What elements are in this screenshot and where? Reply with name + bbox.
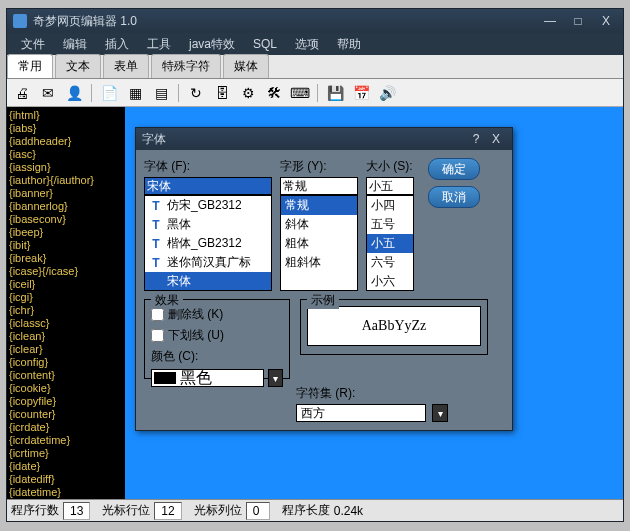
tools-icon[interactable]: 🛠 — [263, 82, 285, 104]
tab-媒体[interactable]: 媒体 — [223, 54, 269, 78]
tag-item[interactable]: {idatetime} — [9, 486, 123, 499]
font-style-input[interactable] — [280, 177, 358, 195]
tab-文本[interactable]: 文本 — [55, 54, 101, 78]
maximize-button[interactable]: □ — [567, 13, 589, 29]
dialog-titlebar[interactable]: 字体 ? X — [136, 128, 512, 150]
tag-item[interactable]: {icrdatetime} — [9, 434, 123, 447]
menu-工具[interactable]: 工具 — [139, 34, 179, 55]
font-size-list[interactable]: 小四五号小五六号小六七号八号 — [366, 195, 414, 291]
tab-特殊字符[interactable]: 特殊字符 — [151, 54, 221, 78]
save-icon[interactable]: 💾 — [324, 82, 346, 104]
sound-icon[interactable]: 🔊 — [376, 82, 398, 104]
tag-item[interactable]: {icopyfile} — [9, 395, 123, 408]
color-select[interactable]: 黑色 — [151, 369, 264, 387]
tag-item[interactable]: {iclean} — [9, 330, 123, 343]
table-icon[interactable]: ▦ — [124, 82, 146, 104]
tag-item[interactable]: {ibeep} — [9, 226, 123, 239]
style-option[interactable]: 粗体 — [281, 234, 357, 253]
app-logo-icon — [13, 14, 27, 28]
style-option[interactable]: 常规 — [281, 196, 357, 215]
tag-item[interactable]: {ibreak} — [9, 252, 123, 265]
tag-item[interactable]: {ibanner} — [9, 187, 123, 200]
font-option[interactable]: T楷体_GB2312 — [145, 234, 271, 253]
font-style-list[interactable]: 常规斜体粗体粗斜体 — [280, 195, 358, 291]
font-option[interactable]: O宋体 — [145, 272, 271, 291]
keyboard-icon[interactable]: ⌨ — [289, 82, 311, 104]
underline-checkbox[interactable]: 下划线 (U) — [151, 327, 283, 344]
tag-item[interactable]: {iclassc} — [9, 317, 123, 330]
font-family-label: 字体 (F): — [144, 158, 272, 175]
size-option[interactable]: 小六 — [367, 272, 413, 291]
menu-编辑[interactable]: 编辑 — [55, 34, 95, 55]
tag-item[interactable]: {iceil} — [9, 278, 123, 291]
cancel-button[interactable]: 取消 — [428, 186, 480, 208]
user-icon[interactable]: 👤 — [63, 82, 85, 104]
font-option[interactable]: T迷你简汉真广标 — [145, 253, 271, 272]
font-option[interactable]: T黑体 — [145, 215, 271, 234]
tab-表单[interactable]: 表单 — [103, 54, 149, 78]
size-option[interactable]: 五号 — [367, 215, 413, 234]
refresh-icon[interactable]: ↻ — [185, 82, 207, 104]
charset-label: 字符集 (R): — [296, 385, 355, 402]
status-lines-label: 程序行数 — [11, 502, 59, 519]
dialog-close-button[interactable]: X — [486, 132, 506, 146]
font-family-list[interactable]: T仿宋_GB2312T黑体T楷体_GB2312T迷你简汉真广标O宋体O宋体-PU… — [144, 195, 272, 291]
grid-icon[interactable]: ▤ — [150, 82, 172, 104]
style-option[interactable]: 粗斜体 — [281, 253, 357, 272]
minimize-button[interactable]: — — [539, 13, 561, 29]
tag-item[interactable]: {iasc} — [9, 148, 123, 161]
page-icon[interactable]: 📄 — [98, 82, 120, 104]
font-family-input[interactable] — [144, 177, 272, 195]
toolbar: 🖨✉👤📄▦▤↻🗄⚙🛠⌨💾📅🔊 — [7, 79, 623, 107]
menu-选项[interactable]: 选项 — [287, 34, 327, 55]
menu-SQL[interactable]: SQL — [245, 35, 285, 53]
size-option[interactable]: 小四 — [367, 196, 413, 215]
color-dropdown-button[interactable]: ▾ — [268, 369, 283, 387]
dialog-help-icon[interactable]: ? — [466, 132, 486, 146]
tag-item[interactable]: {icookie} — [9, 382, 123, 395]
menu-插入[interactable]: 插入 — [97, 34, 137, 55]
tag-item[interactable]: {icgi} — [9, 291, 123, 304]
calendar-icon[interactable]: 📅 — [350, 82, 372, 104]
tag-item[interactable]: {icrdate} — [9, 421, 123, 434]
tag-item[interactable]: {ibaseconv} — [9, 213, 123, 226]
tag-item[interactable]: {icounter} — [9, 408, 123, 421]
font-style-label: 字形 (Y): — [280, 158, 358, 175]
tag-item[interactable]: {idate} — [9, 460, 123, 473]
tag-item[interactable]: {icontent} — [9, 369, 123, 382]
db-icon[interactable]: 🗄 — [211, 82, 233, 104]
statusbar: 程序行数13 光标行位12 光标列位0 程序长度0.24k — [7, 499, 623, 521]
font-size-input[interactable] — [366, 177, 414, 195]
status-row-value: 12 — [154, 502, 181, 520]
print-icon[interactable]: 🖨 — [11, 82, 33, 104]
tag-item[interactable]: {idatediff} — [9, 473, 123, 486]
menu-帮助[interactable]: 帮助 — [329, 34, 369, 55]
tag-item[interactable]: {icrtime} — [9, 447, 123, 460]
font-option[interactable]: T仿宋_GB2312 — [145, 196, 271, 215]
charset-select[interactable]: 西方 — [296, 404, 426, 422]
tag-item[interactable]: {iabs} — [9, 122, 123, 135]
tag-item[interactable]: {iauthor}{/iauthor} — [9, 174, 123, 187]
tab-常用[interactable]: 常用 — [7, 54, 53, 78]
tag-item[interactable]: {iaddheader} — [9, 135, 123, 148]
tag-item[interactable]: {iconfig} — [9, 356, 123, 369]
size-option[interactable]: 小五 — [367, 234, 413, 253]
gear-icon[interactable]: ⚙ — [237, 82, 259, 104]
tag-item[interactable]: {iassign} — [9, 161, 123, 174]
tag-item[interactable]: {ichr} — [9, 304, 123, 317]
close-button[interactable]: X — [595, 13, 617, 29]
tag-item[interactable]: {iclear} — [9, 343, 123, 356]
ok-button[interactable]: 确定 — [428, 158, 480, 180]
tag-item[interactable]: {ihtml} — [9, 109, 123, 122]
style-option[interactable]: 斜体 — [281, 215, 357, 234]
tag-sidebar: {ihtml}{iabs}{iaddheader}{iasc}{iassign}… — [7, 107, 125, 499]
size-option[interactable]: 六号 — [367, 253, 413, 272]
menu-文件[interactable]: 文件 — [13, 34, 53, 55]
tag-item[interactable]: {ibit} — [9, 239, 123, 252]
menu-java特效[interactable]: java特效 — [181, 34, 243, 55]
mail-icon[interactable]: ✉ — [37, 82, 59, 104]
tag-item[interactable]: {icase}{/icase} — [9, 265, 123, 278]
charset-dropdown-button[interactable]: ▾ — [432, 404, 448, 422]
status-len-label: 程序长度 — [282, 502, 330, 519]
tag-item[interactable]: {ibannerlog} — [9, 200, 123, 213]
